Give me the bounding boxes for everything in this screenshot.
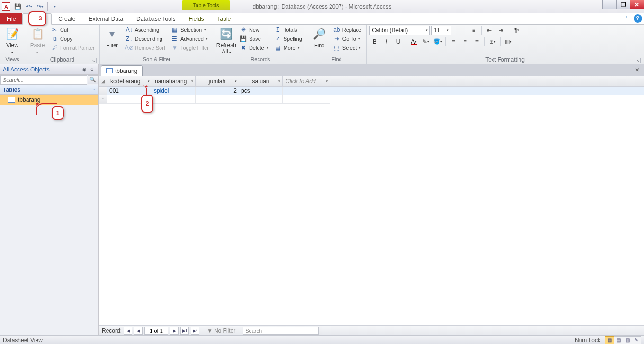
close-tab-icon[interactable]: ✕	[634, 66, 641, 74]
clipboard-dialog-launcher[interactable]: ↘	[91, 58, 97, 63]
minimize-ribbon-icon[interactable]: ^	[622, 14, 631, 23]
cell-empty[interactable]	[152, 95, 196, 104]
cell-jumlah[interactable]: 2	[196, 87, 239, 95]
row-selector[interactable]	[99, 87, 107, 95]
bold-icon[interactable]: B	[369, 37, 380, 46]
last-record-button[interactable]: ▶I	[180, 327, 189, 335]
increase-indent-icon[interactable]: ⇥	[496, 26, 506, 35]
replace-button[interactable]: abReplace	[331, 26, 363, 34]
minimize-button[interactable]: ─	[602, 0, 617, 9]
navpane-header[interactable]: All Access Objects ◉ «	[0, 64, 98, 75]
search-input[interactable]	[0, 75, 87, 85]
close-button[interactable]: ✕	[630, 0, 644, 9]
text-formatting-dialog-launcher[interactable]: ↘	[635, 58, 641, 63]
record-search-input[interactable]	[243, 327, 319, 335]
external-data-tab[interactable]: External Data	[82, 13, 130, 24]
select-button[interactable]: ⬚Select▾	[331, 44, 363, 52]
redo-icon[interactable]: ↷▾	[35, 1, 45, 12]
column-dropdown-icon[interactable]: ▾	[191, 79, 193, 83]
gridlines-icon[interactable]: ⊞▾	[487, 37, 498, 46]
filter-button[interactable]: ▾ Filter	[103, 26, 122, 49]
navpane-collapse-icon[interactable]: «	[88, 66, 96, 73]
new-record-button[interactable]: ✳New	[238, 26, 270, 34]
save-icon[interactable]: 💾	[12, 1, 23, 12]
select-all-corner[interactable]: ◢	[99, 76, 107, 86]
document-tab-tbbarang[interactable]: tbbarang	[101, 65, 143, 76]
advanced-button[interactable]: ☰Advanced▾	[169, 35, 211, 43]
datasheet-view-button[interactable]: ▦	[605, 336, 614, 344]
funnel-icon: ▾	[105, 26, 120, 42]
text-direction-icon[interactable]: ¶▾	[511, 26, 522, 35]
new-row-selector[interactable]: *	[99, 95, 107, 104]
create-tab[interactable]: Create	[52, 13, 82, 24]
cut-button[interactable]: ✂Cut	[49, 26, 97, 34]
align-right-icon[interactable]: ≡	[472, 37, 482, 46]
record-position-input[interactable]	[144, 327, 168, 335]
cell-empty[interactable]	[196, 95, 239, 104]
filter-indicator[interactable]: ▼No Filter	[207, 327, 235, 334]
totals-button[interactable]: ΣTotals	[272, 26, 304, 34]
file-tab[interactable]: File	[0, 13, 22, 24]
numbering-icon[interactable]: ≡	[468, 26, 479, 35]
ascending-button[interactable]: A↓Ascending	[124, 26, 167, 34]
delete-record-button[interactable]: ✖Delete▾	[238, 44, 270, 52]
fill-color-icon[interactable]: 🪣▾	[432, 37, 443, 46]
alternate-row-color-icon[interactable]: ▥▾	[503, 37, 513, 46]
decrease-indent-icon[interactable]: ⇤	[484, 26, 494, 35]
help-icon[interactable]: ?	[634, 14, 642, 23]
cell-namabarang[interactable]: spidol	[152, 87, 196, 95]
underline-icon[interactable]: U	[393, 37, 403, 46]
font-size-combo[interactable]: 11▾	[431, 26, 451, 35]
prev-record-button[interactable]: ◀	[134, 327, 143, 335]
descending-button[interactable]: Z↓Descending	[124, 35, 167, 43]
cell-add[interactable]	[283, 87, 330, 95]
cell-empty[interactable]	[283, 95, 330, 104]
save-record-button[interactable]: 💾Save	[238, 35, 270, 43]
database-tools-tab[interactable]: Database Tools	[130, 13, 182, 24]
highlight-icon[interactable]: ✎▾	[420, 37, 431, 46]
column-header-jumlah[interactable]: jumlah▾	[196, 76, 239, 86]
more-button[interactable]: ▤More▾	[272, 44, 304, 52]
search-button-icon[interactable]: 🔍	[88, 75, 98, 84]
navpane-group-tables[interactable]: Tables«	[0, 85, 98, 95]
column-dropdown-icon[interactable]: ▾	[278, 79, 280, 83]
column-header-satuan[interactable]: satuan▾	[239, 76, 283, 86]
refresh-all-button[interactable]: 🔄 Refresh All ▾	[217, 26, 236, 56]
undo-icon[interactable]: ↶▾	[24, 1, 34, 12]
column-dropdown-icon[interactable]: ▾	[235, 79, 237, 83]
new-record-nav-button[interactable]: ▶*	[191, 327, 199, 335]
navpane-dropdown-icon[interactable]: ◉	[80, 66, 88, 73]
column-header-add[interactable]: Click to Add▾	[283, 76, 330, 86]
pivot-chart-view-button[interactable]: ▥	[623, 336, 632, 344]
pivot-table-view-button[interactable]: ▤	[614, 336, 623, 344]
cell-empty[interactable]	[239, 95, 283, 104]
fields-tab[interactable]: Fields	[182, 13, 211, 24]
copy-button[interactable]: ⧉Copy	[49, 35, 97, 43]
next-record-button[interactable]: ▶	[170, 327, 179, 335]
column-dropdown-icon[interactable]: ▾	[326, 79, 328, 83]
customize-qat-icon[interactable]: ▾	[50, 1, 60, 12]
find-button[interactable]: 🔎 Find	[310, 26, 329, 49]
italic-icon[interactable]: I	[381, 37, 392, 46]
title-bar: A 💾 ↶▾ ↷▾ ▾ Table Tools dbbarang : Datab…	[0, 0, 644, 13]
spelling-button[interactable]: ✓Spelling	[272, 35, 304, 43]
collapse-group-icon[interactable]: «	[94, 88, 96, 92]
goto-button[interactable]: ➜Go To▾	[331, 35, 363, 43]
column-header-namabarang[interactable]: namabarang▾	[152, 76, 196, 86]
selection-button[interactable]: ▦Selection▾	[169, 26, 211, 34]
column-dropdown-icon[interactable]: ▾	[148, 79, 150, 83]
table-row[interactable]: 001 spidol 2 pcs	[99, 87, 644, 95]
font-family-combo[interactable]: Calibri (Detail)▾	[369, 26, 430, 35]
text-formatting-group: Calibri (Detail)▾ 11▾ ≣ ≡ ⇤ ⇥ ¶▾ B I U A…	[367, 25, 644, 64]
align-center-icon[interactable]: ≡	[460, 37, 470, 46]
cell-satuan[interactable]: pcs	[239, 87, 283, 95]
font-color-icon[interactable]: A▾	[409, 37, 419, 46]
view-button[interactable]: 📝 View▾	[3, 26, 22, 55]
restore-button[interactable]: ❐	[616, 0, 630, 9]
table-tab[interactable]: Table	[211, 13, 238, 24]
design-view-button[interactable]: ✎	[632, 336, 641, 344]
first-record-button[interactable]: I◀	[124, 327, 132, 335]
bullets-icon[interactable]: ≣	[456, 26, 467, 35]
table-row-new[interactable]: *	[99, 95, 644, 104]
align-left-icon[interactable]: ≡	[448, 37, 458, 46]
